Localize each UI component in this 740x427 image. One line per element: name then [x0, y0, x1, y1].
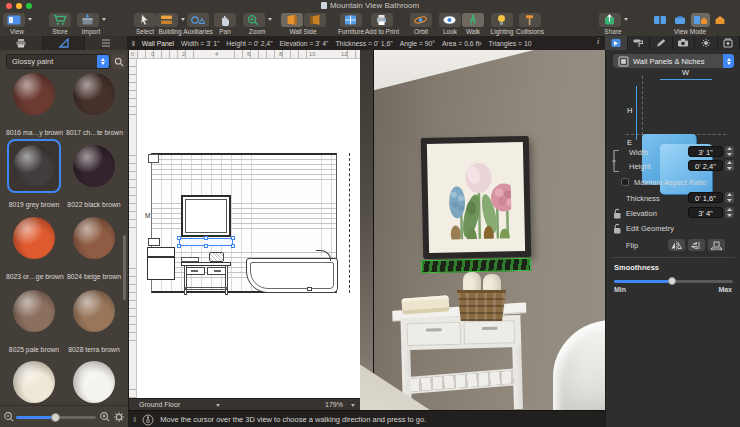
bathtub-2d[interactable] — [246, 258, 338, 293]
console-drawer-2d[interactable] — [184, 267, 205, 275]
floor-select[interactable]: Ground Floor — [139, 401, 180, 408]
tab-object-list[interactable] — [85, 36, 128, 50]
ruler-unit: ft — [129, 50, 136, 58]
wall-mark-label: M — [145, 212, 150, 219]
toolbar-store-button[interactable]: Store — [43, 12, 77, 35]
material-swatch[interactable]: 8023 or…ge brown — [6, 211, 62, 283]
height-stepper[interactable] — [725, 160, 734, 171]
material-swatch[interactable]: 8016 ma…y brown — [6, 67, 62, 139]
tab-camera[interactable] — [673, 36, 696, 50]
toolbar-zoom-button[interactable]: Zoom — [240, 12, 274, 35]
flip-horizontal-button[interactable] — [668, 239, 685, 251]
selection-handle[interactable] — [231, 236, 235, 240]
tab-project-tree[interactable] — [0, 36, 43, 50]
console-leg-2d — [184, 265, 187, 295]
subbar: ‖ Wall Panel Width = 3' 1" Height = 0' 2… — [0, 36, 740, 51]
material-swatch[interactable] — [66, 355, 122, 409]
maintain-aspect-label: Maintain Aspect Ratio — [634, 178, 707, 187]
floor-select-chevron-icon[interactable] — [216, 404, 220, 407]
thickness-stepper[interactable] — [725, 192, 734, 203]
tab-materials[interactable] — [43, 36, 86, 50]
view-mode-2d-icon[interactable] — [651, 13, 670, 27]
view-mode-elevation-icon[interactable] — [671, 13, 690, 27]
cabinet-2d[interactable] — [147, 257, 175, 280]
wooden-basket-3d[interactable] — [457, 290, 506, 321]
diagram-h-label: H — [627, 106, 632, 115]
pan-hand-icon — [214, 13, 236, 27]
sidebar-scrollbar[interactable] — [123, 235, 126, 300]
titlebar: Mountain View Bathroom — [0, 0, 740, 11]
material-sphere — [13, 290, 55, 332]
console-top-2d[interactable] — [181, 262, 231, 266]
link-dimensions-icon[interactable] — [611, 149, 621, 173]
lock-icon[interactable] — [612, 208, 623, 220]
document-icon — [321, 2, 327, 9]
elevation-field[interactable]: 3' 4" — [688, 207, 723, 218]
swatch-size-slider-thumb[interactable] — [51, 413, 60, 422]
wall-side-right-icon[interactable] — [304, 13, 326, 27]
material-swatch[interactable]: 8028 terra brown — [66, 284, 122, 356]
edit-geometry-label[interactable]: Edit Geometry — [626, 224, 674, 233]
toolbar-view-mode-group[interactable]: View Mode — [648, 12, 732, 35]
info-icon[interactable]: i — [592, 37, 604, 46]
toolbar-pan-button[interactable]: Pan — [208, 12, 242, 35]
toolbar-import-button[interactable]: Import — [74, 12, 108, 35]
toolbar-collisions-button[interactable]: Collisions — [510, 12, 550, 35]
stat-thickness: Thickness = 0' 1,6" — [335, 40, 392, 47]
material-swatch[interactable]: 8022 black brown — [66, 139, 122, 211]
gear-icon[interactable] — [113, 411, 125, 423]
table-drawer[interactable] — [464, 320, 516, 344]
view-mode-3d-icon[interactable] — [711, 13, 730, 27]
height-field[interactable]: 0' 2,4" — [688, 160, 723, 171]
zoom-out-icon[interactable] — [3, 411, 15, 423]
selection-handle[interactable] — [204, 236, 208, 240]
tab-paint-roller[interactable] — [628, 36, 651, 50]
width-stepper[interactable] — [725, 146, 734, 157]
wall-side-left-icon[interactable] — [281, 13, 303, 27]
flip-vertical-button[interactable] — [688, 239, 705, 251]
folded-towel-3d[interactable] — [401, 295, 449, 314]
plan-2d-view[interactable]: ft 0 2 4 6 8 10 12 M — [128, 50, 360, 410]
mirror-2d[interactable] — [181, 195, 231, 237]
width-field[interactable]: 3' 1" — [688, 146, 723, 157]
toolbar-share-button[interactable]: Share — [596, 12, 630, 35]
walk-mode-icon — [142, 414, 154, 426]
statusbar-handle: ‖ — [133, 415, 136, 424]
zoom-select-chevron-icon[interactable] — [351, 404, 355, 407]
render-3d-view[interactable] — [360, 50, 605, 410]
thickness-field[interactable]: 0' 1,6" — [688, 192, 723, 203]
material-swatch-selected[interactable]: 8019 grey brown — [6, 139, 62, 211]
cabinet-drawer-2d[interactable] — [147, 247, 175, 257]
material-swatch[interactable]: 8017 ch…te brown — [66, 67, 122, 139]
tab-daylight[interactable] — [695, 36, 718, 50]
wall-shelf-item-2d[interactable] — [148, 238, 160, 246]
material-swatch[interactable]: 8025 pale brown — [6, 284, 62, 356]
tab-edit-pencil[interactable] — [650, 36, 673, 50]
basket-2d[interactable] — [209, 252, 224, 262]
tab-building-properties[interactable] — [718, 36, 740, 50]
flip-depth-button[interactable] — [708, 239, 725, 251]
toolbar-wall-side-group[interactable]: Wall Side — [279, 12, 327, 35]
toolbar-add-to-print-button[interactable]: Add to Print — [359, 12, 405, 35]
material-swatch[interactable] — [6, 355, 62, 409]
inspector-category-select[interactable]: Wall Panels & Niches — [613, 54, 734, 68]
material-swatch[interactable]: 8024 beige brown — [66, 211, 122, 283]
zoom-in-icon[interactable] — [99, 411, 111, 423]
plan-zoom-level[interactable]: 179% — [325, 401, 343, 408]
elevation-stepper[interactable] — [725, 207, 734, 218]
selection-handle[interactable] — [177, 244, 181, 248]
wall-panel-icon — [618, 56, 629, 67]
maintain-aspect-checkbox[interactable] — [621, 178, 629, 186]
smoothness-slider-thumb[interactable] — [668, 277, 676, 285]
table-drawer[interactable] — [407, 322, 462, 346]
chevron-down-icon — [268, 18, 272, 21]
selection-handle[interactable] — [231, 244, 235, 248]
toolbar-view-button[interactable]: View — [0, 12, 34, 35]
view-mode-split-icon[interactable] — [691, 13, 710, 27]
material-label: 8024 beige brown — [67, 273, 121, 280]
selection-handle[interactable] — [177, 236, 181, 240]
thickness-label: Thickness — [626, 194, 660, 203]
selection-handle[interactable] — [204, 244, 208, 248]
lock-icon[interactable] — [612, 223, 623, 235]
tab-object-properties[interactable] — [605, 36, 628, 50]
